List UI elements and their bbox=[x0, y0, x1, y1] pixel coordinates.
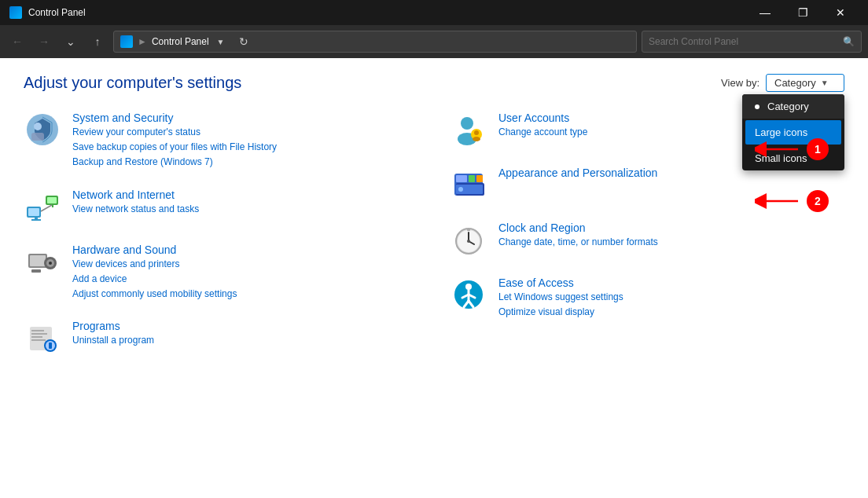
address-separator: ► bbox=[138, 36, 147, 47]
svg-rect-35 bbox=[469, 175, 475, 182]
ease-link-1[interactable]: Let Windows suggest settings bbox=[498, 290, 844, 305]
selected-dot bbox=[755, 104, 760, 109]
appearance-title[interactable]: Appearance and Personalization bbox=[498, 167, 657, 179]
clock-link-1[interactable]: Change date, time, or number formats bbox=[498, 235, 844, 250]
minimize-button[interactable]: — bbox=[747, 0, 783, 25]
category-system-security: System and Security Review your computer… bbox=[24, 111, 418, 170]
search-icon: 🔍 bbox=[843, 36, 855, 47]
ease-icon bbox=[450, 276, 487, 313]
programs-link-1[interactable]: Uninstall a program bbox=[72, 333, 418, 348]
programs-icon bbox=[24, 319, 61, 357]
system-security-link-2[interactable]: Save backup copies of your files with Fi… bbox=[72, 140, 418, 155]
appearance-icon bbox=[450, 166, 487, 203]
clock-title[interactable]: Clock and Region bbox=[498, 222, 586, 234]
category-programs: Programs Uninstall a program bbox=[24, 319, 418, 357]
title-bar: Control Panel — ❐ ✕ bbox=[0, 0, 868, 25]
svg-rect-11 bbox=[52, 205, 53, 207]
svg-point-31 bbox=[473, 137, 480, 141]
svg-point-38 bbox=[458, 187, 463, 192]
categories-grid: System and Security Review your computer… bbox=[24, 111, 844, 374]
close-button[interactable]: ✕ bbox=[822, 0, 859, 25]
menu-item-category[interactable]: Category bbox=[742, 94, 844, 119]
hardware-link-3[interactable]: Adjust commonly used mobility settings bbox=[72, 287, 418, 302]
view-by-container: View by: Category ▼ Category Large icons… bbox=[721, 74, 844, 92]
menu-item-category-label: Category bbox=[767, 101, 809, 112]
view-by-menu: Category Large icons Small icons bbox=[742, 94, 844, 170]
search-input[interactable] bbox=[649, 36, 838, 47]
address-icon bbox=[120, 35, 133, 48]
hardware-link-1[interactable]: View devices and printers bbox=[72, 257, 418, 272]
menu-item-large-icons[interactable]: Large icons bbox=[745, 120, 841, 145]
menu-item-large-icons-label: Large icons bbox=[755, 126, 807, 138]
view-by-label: View by: bbox=[721, 77, 760, 89]
system-security-title[interactable]: System and Security bbox=[72, 112, 173, 124]
user-accounts-icon bbox=[450, 111, 487, 148]
svg-rect-6 bbox=[28, 208, 39, 216]
network-info: Network and Internet View network status… bbox=[72, 188, 418, 217]
svg-rect-10 bbox=[47, 197, 57, 203]
svg-rect-8 bbox=[31, 219, 41, 221]
svg-point-43 bbox=[467, 240, 470, 243]
hardware-icon bbox=[24, 243, 61, 280]
category-clock: Clock and Region Change date, time, or n… bbox=[450, 221, 844, 258]
svg-rect-44 bbox=[467, 229, 470, 231]
title-bar-left: Control Panel bbox=[9, 6, 86, 19]
svg-rect-21 bbox=[31, 333, 47, 335]
svg-rect-34 bbox=[456, 175, 467, 182]
dropdown-button[interactable]: ⌄ bbox=[60, 31, 82, 53]
view-by-value: Category bbox=[774, 77, 816, 89]
search-box[interactable]: 🔍 bbox=[642, 31, 862, 53]
back-button[interactable]: ← bbox=[6, 31, 28, 53]
network-icon bbox=[24, 188, 61, 225]
svg-point-27 bbox=[461, 117, 473, 130]
hardware-link-2[interactable]: Add a device bbox=[72, 272, 418, 287]
category-hardware: Hardware and Sound View devices and prin… bbox=[24, 243, 418, 302]
address-dropdown-btn[interactable]: ▼ bbox=[214, 38, 228, 46]
svg-rect-14 bbox=[30, 255, 46, 266]
svg-rect-23 bbox=[31, 339, 46, 341]
dropdown-arrow-icon: ▼ bbox=[821, 79, 829, 87]
hardware-title[interactable]: Hardware and Sound bbox=[72, 244, 176, 256]
programs-title[interactable]: Programs bbox=[72, 320, 120, 332]
svg-rect-36 bbox=[476, 175, 483, 182]
system-security-info: System and Security Review your computer… bbox=[72, 111, 418, 170]
refresh-button[interactable]: ↻ bbox=[233, 31, 255, 53]
svg-point-3 bbox=[34, 123, 42, 130]
svg-rect-4 bbox=[31, 133, 44, 141]
forward-button[interactable]: → bbox=[33, 31, 55, 53]
programs-info: Programs Uninstall a program bbox=[72, 319, 418, 348]
system-security-link-1[interactable]: Review your computer's status bbox=[72, 125, 418, 140]
window-title: Control Panel bbox=[28, 7, 86, 18]
ease-title[interactable]: Ease of Access bbox=[498, 276, 574, 289]
up-button[interactable]: ↑ bbox=[86, 31, 108, 53]
view-by-dropdown[interactable]: Category ▼ bbox=[766, 74, 844, 92]
page-title: Adjust your computer's settings bbox=[24, 74, 241, 92]
ease-info: Ease of Access Let Windows suggest setti… bbox=[498, 276, 844, 320]
menu-item-small-icons-label: Small icons bbox=[755, 152, 807, 164]
svg-point-30 bbox=[474, 130, 479, 135]
breadcrumb-text: Control Panel bbox=[152, 36, 209, 47]
ease-link-2[interactable]: Optimize visual display bbox=[498, 305, 844, 320]
menu-item-small-icons[interactable]: Small icons bbox=[742, 146, 844, 170]
category-appearance: Appearance and Personalization bbox=[450, 166, 844, 203]
user-accounts-title[interactable]: User Accounts bbox=[498, 112, 569, 124]
address-field[interactable]: ► Control Panel ▼ ↻ bbox=[113, 31, 637, 53]
address-bar: ← → ⌄ ↑ ► Control Panel ▼ ↻ 🔍 bbox=[0, 25, 868, 58]
svg-rect-18 bbox=[31, 269, 41, 273]
svg-line-12 bbox=[41, 205, 52, 211]
svg-rect-22 bbox=[31, 336, 42, 338]
system-security-link-3[interactable]: Backup and Restore (Windows 7) bbox=[72, 155, 418, 170]
category-network: Network and Internet View network status… bbox=[24, 188, 418, 225]
network-link-1[interactable]: View network status and tasks bbox=[72, 202, 418, 217]
window-controls: — ❐ ✕ bbox=[747, 0, 859, 25]
network-title[interactable]: Network and Internet bbox=[72, 189, 175, 201]
left-column: System and Security Review your computer… bbox=[24, 111, 418, 374]
clock-info: Clock and Region Change date, time, or n… bbox=[498, 221, 844, 250]
main-content: Adjust your computer's settings View by:… bbox=[0, 58, 868, 498]
hardware-info: Hardware and Sound View devices and prin… bbox=[72, 243, 418, 302]
page-header: Adjust your computer's settings View by:… bbox=[24, 74, 844, 92]
maximize-button[interactable]: ❐ bbox=[785, 0, 821, 25]
system-security-icon bbox=[24, 111, 61, 148]
svg-point-17 bbox=[49, 262, 52, 265]
app-icon bbox=[9, 6, 22, 19]
